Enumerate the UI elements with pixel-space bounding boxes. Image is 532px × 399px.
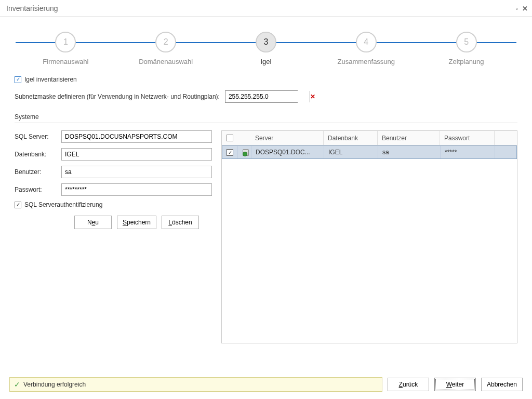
user-input[interactable] bbox=[61, 166, 212, 178]
grid-header-checkbox[interactable] bbox=[227, 135, 233, 141]
form-buttons: Neu Speichern Löschen bbox=[15, 216, 212, 229]
step-2-circle: 2 bbox=[155, 32, 176, 52]
step-4-circle: 4 bbox=[356, 32, 377, 52]
systems-divider bbox=[15, 123, 517, 123]
row-database: IGEL bbox=[324, 146, 378, 158]
row-server: DOSPSQ01.DOC... bbox=[251, 146, 324, 158]
row-checkbox[interactable]: ✓ bbox=[227, 149, 233, 156]
row-password: ***** bbox=[441, 146, 495, 158]
delete-button[interactable]: Löschen bbox=[162, 216, 199, 229]
database-icon bbox=[242, 149, 247, 156]
subnet-input-wrap: ✕ bbox=[225, 90, 298, 103]
check-icon: ✓ bbox=[14, 380, 20, 389]
igel-inventarisieren-row: ✓ Igel inventarisieren bbox=[15, 76, 517, 83]
two-column-layout: SQL Server: Datenbank: Benutzer: Passwor… bbox=[15, 130, 517, 343]
subnet-label: Subnetzmaske definieren (für Verwendung … bbox=[15, 93, 220, 100]
titlebar: Inventarisierung ▫ ✕ bbox=[0, 0, 532, 17]
step-5-circle: 5 bbox=[456, 32, 477, 52]
close-icon[interactable]: ✕ bbox=[522, 5, 528, 12]
new-button[interactable]: Neu bbox=[74, 216, 112, 229]
subnet-row: Subnetzmaske definieren (für Verwendung … bbox=[15, 90, 517, 103]
save-button[interactable]: Speichern bbox=[117, 216, 156, 229]
step-4[interactable]: 4 Zusammenfassung bbox=[316, 32, 416, 65]
footer: ✓ Verbindung erfolgreich Zurück Weiter A… bbox=[0, 372, 532, 399]
step-5[interactable]: 5 Zeitplanung bbox=[416, 32, 516, 65]
step-2[interactable]: 2 Domänenauswahl bbox=[116, 32, 216, 65]
password-label: Passwort: bbox=[15, 186, 61, 193]
next-button[interactable]: Weiter bbox=[434, 378, 476, 391]
step-1-label: Firmenauswahl bbox=[16, 58, 116, 65]
row-icon-cell bbox=[238, 146, 251, 158]
table-row[interactable]: ✓ DOSPSQ01.DOC... IGEL sa ***** bbox=[222, 145, 517, 159]
stepper: 1 Firmenauswahl 2 Domänenauswahl 3 Igel … bbox=[0, 17, 532, 71]
sql-server-input[interactable] bbox=[61, 130, 212, 143]
sql-server-label: SQL Server: bbox=[15, 133, 61, 140]
grid-header-icon-col bbox=[237, 131, 251, 145]
password-input[interactable] bbox=[61, 183, 212, 196]
content-area: ✓ Igel inventarisieren Subnetzmaske defi… bbox=[0, 71, 532, 343]
subnet-input[interactable] bbox=[225, 91, 310, 102]
step-3[interactable]: 3 Igel bbox=[216, 32, 316, 65]
form-column: SQL Server: Datenbank: Benutzer: Passwor… bbox=[15, 130, 212, 343]
row-user: sa bbox=[378, 146, 441, 158]
cancel-button[interactable]: Abbrechen bbox=[481, 378, 523, 391]
database-input[interactable] bbox=[61, 148, 212, 161]
row-checkbox-cell: ✓ bbox=[222, 146, 238, 158]
step-3-label: Igel bbox=[216, 58, 316, 65]
igel-inventarisieren-label: Igel inventarisieren bbox=[24, 76, 77, 83]
grid-header-checkbox-col bbox=[222, 131, 237, 145]
grid-header: Server Datenbank Benutzer Passwort bbox=[222, 131, 517, 145]
row-spacer bbox=[495, 146, 516, 158]
subnet-clear-icon[interactable]: ✕ bbox=[310, 91, 315, 102]
step-3-circle: 3 bbox=[256, 32, 276, 52]
user-label: Benutzer: bbox=[15, 168, 61, 176]
step-1-circle: 1 bbox=[55, 32, 76, 52]
systems-grid: Server Datenbank Benutzer Passwort ✓ bbox=[221, 130, 517, 343]
database-label: Datenbank: bbox=[15, 151, 61, 158]
step-4-label: Zusammenfassung bbox=[316, 58, 416, 65]
maximize-icon[interactable]: ▫ bbox=[515, 5, 518, 12]
status-text: Verbindung erfolgreich bbox=[23, 381, 86, 388]
step-5-label: Zeitplanung bbox=[416, 58, 516, 65]
sql-server-row: SQL Server: bbox=[15, 130, 212, 143]
password-row: Passwort: bbox=[15, 183, 212, 196]
database-row: Datenbank: bbox=[15, 148, 212, 161]
step-1[interactable]: 1 Firmenauswahl bbox=[16, 32, 116, 65]
window-controls: ▫ ✕ bbox=[515, 5, 528, 12]
grid-header-user[interactable]: Benutzer bbox=[378, 131, 440, 145]
step-2-label: Domänenauswahl bbox=[116, 58, 216, 65]
grid-header-database[interactable]: Datenbank bbox=[324, 131, 378, 145]
back-button[interactable]: Zurück bbox=[388, 378, 429, 391]
grid-header-spacer bbox=[495, 131, 517, 145]
igel-inventarisieren-checkbox[interactable]: ✓ bbox=[15, 76, 21, 83]
grid-column: Server Datenbank Benutzer Passwort ✓ bbox=[221, 130, 517, 343]
grid-body: ✓ DOSPSQ01.DOC... IGEL sa ***** bbox=[222, 145, 517, 343]
sql-auth-row: ✓ SQL Serverauthentifizierung bbox=[15, 201, 212, 208]
window-title: Inventarisierung bbox=[4, 4, 515, 12]
user-row: Benutzer: bbox=[15, 166, 212, 178]
sql-auth-label: SQL Serverauthentifizierung bbox=[24, 201, 102, 208]
sql-auth-checkbox[interactable]: ✓ bbox=[15, 202, 21, 208]
grid-header-password[interactable]: Passwort bbox=[440, 131, 495, 145]
systems-label: Systeme bbox=[15, 113, 517, 121]
status-bar: ✓ Verbindung erfolgreich bbox=[9, 377, 382, 392]
grid-header-server[interactable]: Server bbox=[251, 131, 324, 145]
